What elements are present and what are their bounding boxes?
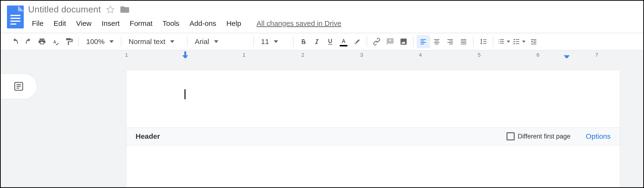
move-folder-icon[interactable] [120, 5, 130, 14]
different-first-page-label: Different first page [518, 133, 570, 140]
checkbox-icon [506, 132, 515, 140]
text-cursor [184, 89, 186, 99]
font-size-combo[interactable]: 11 [257, 35, 290, 48]
separator [493, 37, 493, 47]
title-stack: Untitled document File Edit View Insert … [28, 4, 345, 29]
italic-button[interactable] [310, 35, 324, 48]
menu-insert[interactable]: Insert [98, 18, 124, 29]
ruler-number: 4 [419, 52, 422, 58]
ruler-number: 3 [360, 52, 363, 58]
menu-format[interactable]: Format [126, 18, 156, 29]
title-row: Untitled document [28, 4, 345, 15]
font-size-value: 11 [261, 38, 269, 46]
page-header-area[interactable] [126, 70, 620, 127]
insert-image-button[interactable] [397, 35, 410, 48]
svg-point-2 [514, 41, 515, 42]
document-page[interactable]: Header Different first page Options [126, 70, 620, 187]
menu-edit[interactable]: Edit [50, 18, 70, 29]
ruler-number: 2 [301, 52, 304, 58]
menu-help[interactable]: Help [222, 18, 245, 29]
align-left-button[interactable] [416, 35, 430, 48]
undo-button[interactable] [8, 35, 22, 48]
numbered-list-button[interactable] [496, 35, 512, 48]
chevron-down-icon [274, 39, 278, 44]
decrease-indent-button[interactable] [527, 35, 540, 48]
chevron-down-icon [214, 39, 218, 44]
highlight-button[interactable] [350, 35, 364, 48]
document-outline-button[interactable] [1, 74, 37, 99]
align-center-button[interactable] [430, 35, 444, 48]
line-spacing-button[interactable] [476, 35, 490, 48]
bulleted-list-button[interactable] [512, 35, 527, 48]
underline-button[interactable] [324, 35, 337, 48]
text-color-button[interactable] [337, 35, 350, 48]
separator [121, 37, 122, 47]
ruler-number: 1 [125, 52, 128, 58]
svg-marker-0 [107, 6, 114, 13]
chevron-down-icon [110, 39, 114, 44]
menu-addons[interactable]: Add-ons [186, 18, 220, 29]
zoom-combo[interactable]: 100% [82, 35, 118, 48]
print-button[interactable] [35, 35, 49, 48]
add-comment-button[interactable] [384, 35, 397, 48]
header-label: Header [136, 132, 160, 140]
ruler-number: 5 [478, 52, 480, 58]
insert-link-button[interactable] [370, 35, 384, 48]
paragraph-style-value: Normal text [128, 38, 165, 46]
chevron-down-icon [522, 40, 526, 43]
star-icon[interactable] [106, 5, 115, 14]
menu-file[interactable]: File [28, 18, 47, 29]
separator [254, 37, 254, 47]
different-first-page-checkbox[interactable]: Different first page [506, 132, 570, 140]
docs-home-icon[interactable] [7, 5, 24, 28]
redo-button[interactable] [22, 35, 35, 48]
menu-view[interactable]: View [72, 18, 95, 29]
separator [187, 37, 188, 47]
editor-canvas: Header Different first page Options [1, 58, 643, 187]
separator [413, 37, 414, 47]
align-right-button[interactable] [444, 35, 457, 48]
save-status[interactable]: All changes saved in Drive [253, 18, 345, 29]
ruler-number: 7 [595, 52, 598, 58]
font-combo[interactable]: Arial [190, 35, 250, 48]
svg-point-1 [514, 39, 515, 40]
separator [293, 37, 294, 47]
toolbar: 100% Normal text Arial 11 [1, 33, 643, 50]
bold-button[interactable] [296, 35, 310, 48]
font-value: Arial [195, 38, 209, 46]
ruler-number: 1 [242, 52, 246, 58]
title-bar: Untitled document File Edit View Insert … [1, 1, 643, 29]
spellcheck-button[interactable] [49, 35, 62, 48]
chevron-down-icon [507, 40, 510, 43]
ruler-number: 6 [536, 52, 540, 58]
svg-point-3 [514, 43, 515, 44]
menu-tools[interactable]: Tools [159, 18, 183, 29]
first-line-indent-marker[interactable] [184, 51, 186, 55]
menu-bar: File Edit View Insert Format Tools Add-o… [28, 18, 345, 29]
zoom-value: 100% [86, 38, 104, 46]
paint-format-button[interactable] [62, 35, 76, 48]
separator [473, 37, 474, 47]
align-justify-button[interactable] [457, 35, 470, 48]
separator [367, 37, 367, 47]
chevron-down-icon [170, 39, 174, 44]
header-options-button[interactable]: Options [586, 132, 611, 140]
separator [78, 37, 79, 47]
header-toolbar: Header Different first page Options [126, 127, 620, 145]
paragraph-style-combo[interactable]: Normal text [124, 35, 184, 48]
document-title[interactable]: Untitled document [28, 4, 101, 15]
